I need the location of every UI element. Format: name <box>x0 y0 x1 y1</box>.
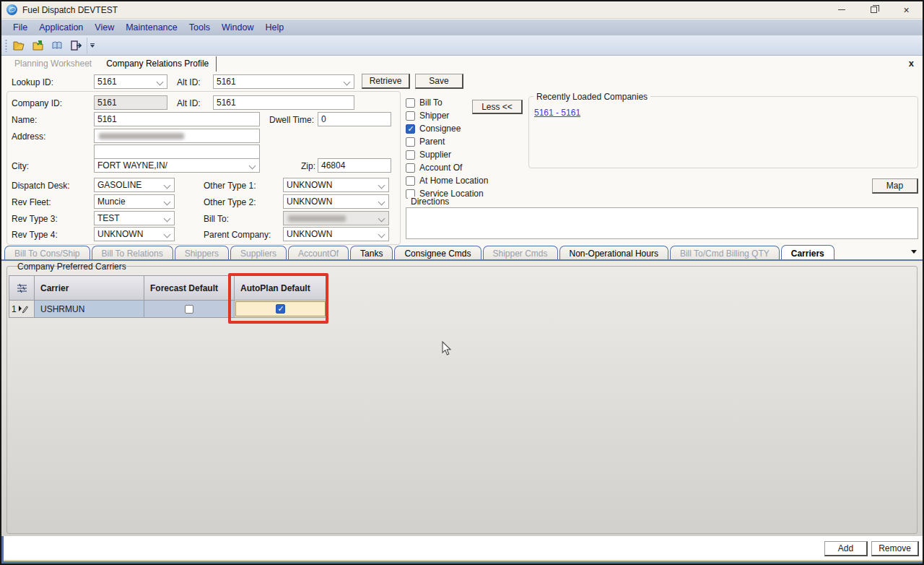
tab-planning-worksheet[interactable]: Planning Worksheet <box>7 56 99 72</box>
lookup-id-combo[interactable]: 5161 <box>94 74 167 89</box>
role-checkbox[interactable] <box>406 137 415 147</box>
tab-accountof[interactable]: AccountOf <box>288 246 349 259</box>
city-label: City: <box>12 161 29 171</box>
directions-textarea[interactable] <box>406 207 918 239</box>
preferred-carriers-title: Company Preferred Carriers <box>14 262 129 272</box>
role-row[interactable]: At Home Location <box>406 176 488 186</box>
map-button[interactable]: Map <box>872 178 918 194</box>
recently-loaded-list: 5161 - 5161 <box>534 108 580 118</box>
minimize-button[interactable] <box>825 1 858 18</box>
role-row[interactable]: Parent <box>406 137 445 147</box>
help-book-icon[interactable] <box>48 37 66 54</box>
column-header-carrier[interactable]: Carrier <box>35 276 144 301</box>
row-selector-cell[interactable]: 1 <box>9 301 35 318</box>
chevron-down-icon <box>90 45 95 48</box>
toolbar <box>1 35 923 56</box>
tab-company-relations-profile[interactable]: Company Relations Profile <box>99 56 217 72</box>
tab-bill-to-cmd-billing-qty[interactable]: Bill To/Cmd Billing QTY <box>670 246 780 259</box>
other-type-1-label: Other Type 1: <box>204 181 256 191</box>
tab-close-icon[interactable]: x <box>909 59 914 68</box>
role-row[interactable]: Account Of <box>406 163 462 173</box>
close-button[interactable]: × <box>890 1 923 18</box>
bill-to-combo[interactable] <box>283 211 389 225</box>
less-button[interactable]: Less << <box>472 100 523 114</box>
bottom-button-bar: Add Remove <box>1 536 923 560</box>
carriers-table: Carrier Forecast Default AutoPlan Defaul… <box>9 275 327 318</box>
rev-type-3-label: Rev Type 3: <box>12 214 58 224</box>
role-checkbox[interactable] <box>406 111 415 121</box>
forecast-default-cell[interactable] <box>144 301 235 318</box>
exit-door-icon[interactable] <box>66 37 85 54</box>
role-row[interactable]: Supplier <box>406 150 451 160</box>
toolbar-grip[interactable] <box>5 39 7 52</box>
bottom-accent-strip <box>1 561 923 564</box>
role-checkbox[interactable] <box>406 150 415 160</box>
remove-button[interactable]: Remove <box>871 541 919 556</box>
menu-application[interactable]: Application <box>33 20 89 35</box>
column-header-row-selector[interactable] <box>9 276 35 301</box>
other-type-2-combo[interactable]: UNKNOWN <box>283 194 389 209</box>
toolbar-overflow-button[interactable] <box>87 38 97 53</box>
tab-shipper-cmds[interactable]: Shipper Cmds <box>483 246 558 259</box>
add-button[interactable]: Add <box>824 541 868 556</box>
open-folder-icon[interactable] <box>10 37 29 54</box>
role-checkbox[interactable] <box>406 124 415 134</box>
save-button[interactable]: Save <box>415 74 463 89</box>
app-icon <box>6 4 17 15</box>
carrier-cell[interactable]: USHRMUN <box>35 301 144 318</box>
tab-consignee-cmds[interactable]: Consignee Cmds <box>394 246 481 259</box>
other-type-1-combo[interactable]: UNKNOWN <box>283 178 389 192</box>
tab-non-operational-hours[interactable]: Non-Operational Hours <box>559 246 668 259</box>
rev-type-4-combo[interactable]: UNKNOWN <box>94 227 175 241</box>
role-row[interactable]: Bill To <box>406 98 443 108</box>
company-id-label: Company ID: <box>12 98 62 108</box>
menu-window[interactable]: Window <box>216 20 259 35</box>
rev-fleet-combo[interactable]: Muncie <box>94 194 175 209</box>
address-line1-field[interactable] <box>94 129 260 143</box>
app-window: Fuel Dispatch DEVTEST × FileApplicationV… <box>0 0 924 565</box>
name-field[interactable]: 5161 <box>94 112 260 126</box>
tab-bill-to-cons-ship[interactable]: Bill To Cons/Ship <box>4 246 90 259</box>
autoplan-default-cell[interactable] <box>235 301 327 318</box>
recent-company-link[interactable]: 5161 - 5161 <box>534 108 580 118</box>
autoplan-default-checkbox[interactable] <box>276 304 285 314</box>
tab-shippers[interactable]: Shippers <box>175 246 229 259</box>
parent-company-combo[interactable]: UNKNOWN <box>283 227 389 241</box>
forecast-default-checkbox[interactable] <box>185 305 193 314</box>
tab-overflow-icon[interactable] <box>911 250 917 254</box>
row-number: 1 <box>12 304 17 314</box>
menu-help[interactable]: Help <box>259 20 289 35</box>
redacted-address-text <box>99 133 184 139</box>
directions-title: Directions <box>408 197 452 207</box>
row-edit-icon <box>18 305 28 314</box>
minimize-icon <box>838 9 845 10</box>
zip-field[interactable]: 46804 <box>318 158 391 173</box>
role-label-account-of: Account Of <box>419 163 462 173</box>
restore-button[interactable] <box>858 1 890 18</box>
city-combo[interactable]: FORT WAYNE,IN/ <box>94 158 260 173</box>
column-header-autoplan-default[interactable]: AutoPlan Default <box>235 276 327 301</box>
menu-file[interactable]: File <box>7 20 33 35</box>
dwell-time-field[interactable]: 0 <box>318 112 391 126</box>
role-row[interactable]: Shipper <box>406 111 449 121</box>
role-checkbox[interactable] <box>406 98 415 108</box>
import-folder-icon[interactable] <box>29 37 48 54</box>
dwell-time-label: Dwell Time: <box>269 115 314 125</box>
retrieve-button[interactable]: Retrieve <box>362 74 410 89</box>
tab-bill-to-relations[interactable]: Bill To Relations <box>92 246 173 259</box>
menu-tools[interactable]: Tools <box>183 20 216 35</box>
address-line2-field[interactable] <box>94 145 260 159</box>
column-header-forecast-default[interactable]: Forecast Default <box>144 276 235 301</box>
rev-type-3-combo[interactable]: TEST <box>94 211 175 225</box>
alt-id-field[interactable]: 5161 <box>213 95 354 110</box>
menu-maintenance[interactable]: Maintenance <box>120 20 183 35</box>
role-checkbox[interactable] <box>406 176 415 186</box>
role-checkbox[interactable] <box>406 163 415 173</box>
dispatch-desk-combo[interactable]: GASOLINE <box>94 178 175 192</box>
alt-id-top-combo[interactable]: 5161 <box>213 74 354 89</box>
tab-suppliers[interactable]: Suppliers <box>230 246 287 259</box>
tab-carriers[interactable]: Carriers <box>781 245 834 259</box>
tab-tanks[interactable]: Tanks <box>350 246 393 259</box>
role-row[interactable]: Consignee <box>406 124 461 134</box>
menu-view[interactable]: View <box>89 20 120 35</box>
